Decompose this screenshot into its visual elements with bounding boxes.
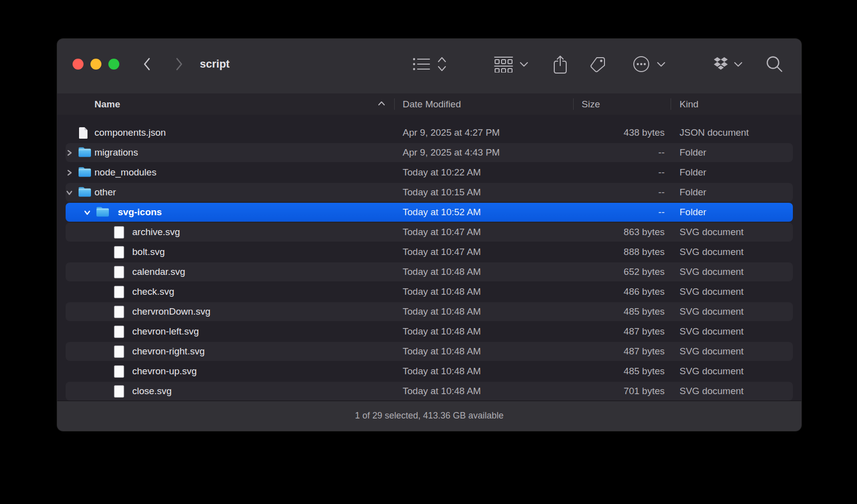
status-bar: 1 of 29 selected, 413.36 GB available (57, 401, 801, 431)
svg-document-icon (114, 246, 124, 260)
file-kind: SVG document (680, 282, 744, 302)
file-size: -- (554, 202, 665, 222)
file-row-calendar.svg[interactable]: calendar.svgToday at 10:48 AM652 bytesSV… (57, 262, 801, 282)
file-name: calendar.svg (132, 262, 185, 282)
file-kind: Folder (680, 163, 706, 182)
column-header-size[interactable]: Size (582, 93, 600, 115)
file-name: bolt.svg (132, 242, 165, 262)
file-date: Today at 10:48 AM (403, 361, 481, 381)
column-header-date-modified[interactable]: Date Modified (403, 93, 461, 115)
group-view-icon[interactable] (494, 56, 514, 73)
file-row-check.svg[interactable]: check.svgToday at 10:48 AM486 bytesSVG d… (57, 282, 801, 302)
file-size: -- (554, 182, 665, 202)
file-date: Today at 10:15 AM (403, 182, 481, 202)
folder-icon (96, 206, 109, 219)
file-name: close.svg (132, 381, 171, 401)
file-kind: JSON document (680, 123, 749, 143)
svg-document-icon (114, 326, 124, 340)
file-row-chevron-left.svg[interactable]: chevron-left.svgToday at 10:48 AM487 byt… (57, 322, 801, 341)
file-name: node_modules (94, 163, 157, 182)
dropbox-icon[interactable] (713, 57, 729, 72)
column-divider[interactable] (394, 98, 395, 110)
file-date: Today at 10:48 AM (403, 282, 481, 302)
file-kind: SVG document (680, 302, 744, 322)
file-date: Today at 10:48 AM (403, 302, 481, 322)
file-list: components.jsonApr 9, 2025 at 4:27 PM438… (57, 115, 801, 401)
file-kind: SVG document (680, 222, 744, 242)
file-name: archive.svg (132, 222, 180, 242)
disclosure-collapsed-icon[interactable] (66, 169, 73, 176)
file-size: 487 bytes (554, 341, 665, 361)
more-options-icon[interactable] (632, 55, 650, 73)
svg-document-icon (114, 345, 124, 360)
more-options-chevron-icon[interactable] (657, 62, 666, 67)
file-kind: SVG document (680, 381, 744, 401)
dropbox-chevron-icon[interactable] (734, 62, 743, 67)
file-row-migrations[interactable]: migrationsApr 9, 2025 at 4:43 PM--Folder (57, 143, 801, 163)
file-row-svg-icons[interactable]: svg-iconsToday at 10:52 AM--Folder (57, 202, 801, 222)
file-size: 652 bytes (554, 262, 665, 282)
file-row-close.svg[interactable]: close.svgToday at 10:48 AM701 bytesSVG d… (57, 381, 801, 401)
file-kind: Folder (680, 182, 706, 202)
folder-icon (78, 186, 91, 199)
file-row-components.json[interactable]: components.jsonApr 9, 2025 at 4:27 PM438… (57, 123, 801, 143)
column-divider[interactable] (671, 98, 671, 110)
file-date: Today at 10:47 AM (403, 222, 481, 242)
svg-document-icon (114, 266, 124, 280)
list-view-icon[interactable] (413, 57, 430, 72)
column-header-kind[interactable]: Kind (680, 93, 698, 115)
sort-ascending-icon (378, 101, 385, 106)
file-name: svg-icons (118, 202, 162, 222)
file-size: 485 bytes (554, 361, 665, 381)
tag-icon[interactable] (589, 56, 607, 74)
file-row-bolt.svg[interactable]: bolt.svgToday at 10:47 AM888 bytesSVG do… (57, 242, 801, 262)
svg-document-icon (114, 226, 124, 241)
zoom-window-button[interactable] (108, 59, 119, 70)
file-row-chervronDown.svg[interactable]: chervronDown.svgToday at 10:48 AM485 byt… (57, 302, 801, 322)
back-button-icon[interactable] (143, 57, 152, 71)
file-date: Today at 10:48 AM (403, 341, 481, 361)
svg-document-icon (114, 286, 124, 300)
file-name: chervronDown.svg (132, 302, 210, 322)
file-row-other[interactable]: otherToday at 10:15 AM--Folder (57, 182, 801, 202)
column-divider[interactable] (573, 98, 574, 110)
file-date: Today at 10:48 AM (403, 322, 481, 341)
file-row-archive.svg[interactable]: archive.svgToday at 10:47 AM863 bytesSVG… (57, 222, 801, 242)
file-kind: Folder (680, 143, 706, 163)
file-size: 701 bytes (554, 381, 665, 401)
file-date: Today at 10:47 AM (403, 242, 481, 262)
finder-window: script (57, 39, 801, 431)
file-name: migrations (94, 143, 138, 163)
file-size: 486 bytes (554, 282, 665, 302)
file-row-chevron-up.svg[interactable]: chevron-up.svgToday at 10:48 AM485 bytes… (57, 361, 801, 381)
file-kind: SVG document (680, 242, 744, 262)
file-kind: Folder (680, 202, 706, 222)
sort-toggle-icon[interactable] (436, 56, 447, 73)
file-date: Today at 10:48 AM (403, 262, 481, 282)
column-header-name[interactable]: Name (94, 93, 120, 115)
file-name: chevron-up.svg (132, 361, 197, 381)
disclosure-collapsed-icon[interactable] (66, 150, 73, 156)
close-window-button[interactable] (73, 59, 84, 70)
file-date: Today at 10:52 AM (403, 202, 481, 222)
file-size: 888 bytes (554, 242, 665, 262)
folder-icon (78, 167, 91, 179)
file-size: 485 bytes (554, 302, 665, 322)
file-size: -- (554, 143, 665, 163)
file-kind: SVG document (680, 322, 744, 341)
search-icon[interactable] (765, 55, 784, 74)
file-row-node_modules[interactable]: node_modulesToday at 10:22 AM--Folder (57, 163, 801, 182)
minimize-window-button[interactable] (90, 59, 101, 70)
share-icon[interactable] (552, 55, 568, 75)
disclosure-expanded-icon[interactable] (84, 209, 90, 216)
svg-document-icon (114, 365, 124, 380)
forward-button-icon[interactable] (174, 57, 183, 71)
column-header-row: Name Date Modified Size Kind (57, 93, 801, 115)
file-name: components.json (94, 123, 166, 143)
status-text: 1 of 29 selected, 413.36 GB available (57, 401, 801, 430)
file-size: -- (554, 163, 665, 182)
file-row-chevron-right.svg[interactable]: chevron-right.svgToday at 10:48 AM487 by… (57, 341, 801, 361)
file-kind: SVG document (680, 341, 744, 361)
group-view-chevron-icon[interactable] (519, 62, 528, 67)
disclosure-expanded-icon[interactable] (66, 189, 73, 196)
